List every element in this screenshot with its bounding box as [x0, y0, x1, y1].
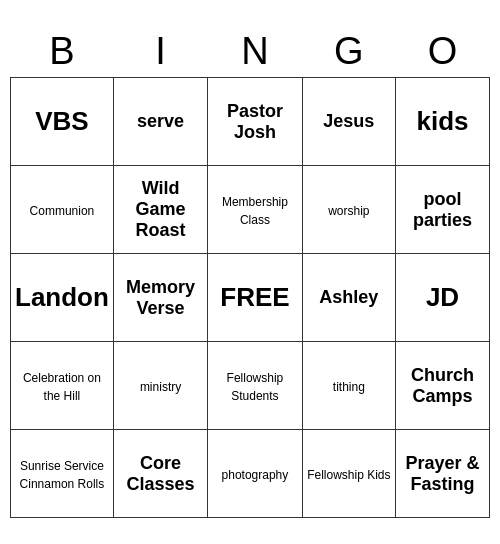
cell-text: Pastor Josh [227, 101, 283, 142]
bingo-header: BINGO [11, 26, 490, 78]
bingo-cell[interactable]: Wild Game Roast [113, 166, 207, 254]
cell-text: serve [137, 111, 184, 131]
bingo-cell[interactable]: Ashley [302, 254, 395, 342]
cell-text: ministry [140, 380, 181, 394]
bingo-row: LandonMemory VerseFREEAshleyJD [11, 254, 490, 342]
bingo-cell[interactable]: JD [396, 254, 490, 342]
bingo-cell[interactable]: Prayer & Fasting [396, 430, 490, 518]
cell-text: VBS [35, 106, 88, 136]
cell-text: Celebration on the Hill [23, 371, 101, 403]
cell-text: pool parties [413, 189, 472, 230]
bingo-cell[interactable]: Communion [11, 166, 114, 254]
bingo-letter: I [113, 26, 207, 78]
cell-text: photography [222, 468, 289, 482]
bingo-cell[interactable]: worship [302, 166, 395, 254]
cell-text: Ashley [319, 287, 378, 307]
bingo-row: VBSservePastor JoshJesuskids [11, 78, 490, 166]
cell-text: Wild Game Roast [136, 178, 186, 240]
bingo-cell[interactable]: Church Camps [396, 342, 490, 430]
bingo-letter: N [208, 26, 302, 78]
bingo-cell[interactable]: kids [396, 78, 490, 166]
cell-text: tithing [333, 380, 365, 394]
bingo-card: BINGO VBSservePastor JoshJesuskidsCommun… [10, 26, 490, 518]
bingo-letter: B [11, 26, 114, 78]
cell-text: Core Classes [127, 453, 195, 494]
cell-text: Sunrise Service Cinnamon Rolls [20, 459, 105, 491]
cell-text: Prayer & Fasting [406, 453, 480, 494]
bingo-cell[interactable]: FREE [208, 254, 302, 342]
bingo-row: CommunionWild Game RoastMembership Class… [11, 166, 490, 254]
cell-text: Jesus [323, 111, 374, 131]
bingo-row: Celebration on the HillministryFellowshi… [11, 342, 490, 430]
bingo-cell[interactable]: tithing [302, 342, 395, 430]
bingo-cell[interactable]: ministry [113, 342, 207, 430]
bingo-cell[interactable]: serve [113, 78, 207, 166]
cell-text: JD [426, 282, 459, 312]
bingo-cell[interactable]: Landon [11, 254, 114, 342]
bingo-cell[interactable]: photography [208, 430, 302, 518]
cell-text: kids [417, 106, 469, 136]
bingo-cell[interactable]: Celebration on the Hill [11, 342, 114, 430]
bingo-cell[interactable]: pool parties [396, 166, 490, 254]
bingo-cell[interactable]: Sunrise Service Cinnamon Rolls [11, 430, 114, 518]
cell-text: Memory Verse [126, 277, 195, 318]
bingo-letter: O [396, 26, 490, 78]
cell-text: Fellowship Students [227, 371, 284, 403]
cell-text: Communion [30, 204, 95, 218]
bingo-letter: G [302, 26, 395, 78]
bingo-cell[interactable]: Fellowship Kids [302, 430, 395, 518]
bingo-cell[interactable]: Core Classes [113, 430, 207, 518]
cell-text: worship [328, 204, 369, 218]
cell-text: Landon [15, 282, 109, 312]
bingo-cell[interactable]: VBS [11, 78, 114, 166]
bingo-cell[interactable]: Pastor Josh [208, 78, 302, 166]
bingo-cell[interactable]: Jesus [302, 78, 395, 166]
cell-text: FREE [220, 282, 289, 312]
bingo-cell[interactable]: Membership Class [208, 166, 302, 254]
cell-text: Fellowship Kids [307, 468, 390, 482]
bingo-cell[interactable]: Fellowship Students [208, 342, 302, 430]
bingo-row: Sunrise Service Cinnamon RollsCore Class… [11, 430, 490, 518]
bingo-cell[interactable]: Memory Verse [113, 254, 207, 342]
cell-text: Church Camps [411, 365, 474, 406]
cell-text: Membership Class [222, 195, 288, 227]
